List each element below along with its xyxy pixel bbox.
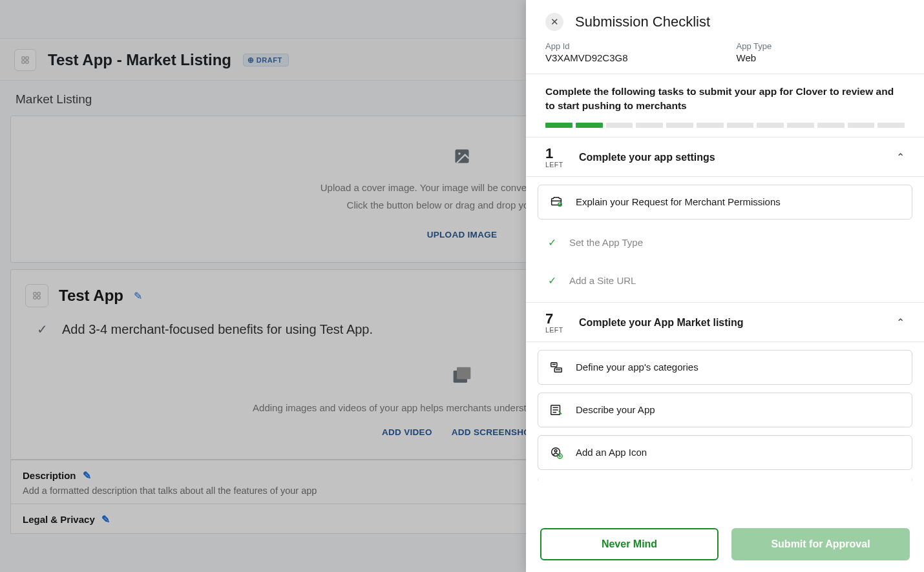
section-app-settings-header[interactable]: 1 LEFT Complete your app settings ⌃ xyxy=(526,137,924,177)
task-label: Explain your Request for Merchant Permis… xyxy=(576,196,781,207)
submission-checklist-panel: ✕ Submission Checklist App Id V3XAMVD92C… xyxy=(526,0,924,572)
app-type-label: App Type xyxy=(737,41,772,51)
progress-seg xyxy=(787,123,814,128)
section2-count: 7 xyxy=(545,312,567,326)
chevron-up-icon: ⌃ xyxy=(896,151,905,163)
task-describe-app[interactable]: Describe your App xyxy=(538,393,912,427)
progress-seg xyxy=(848,123,875,128)
progress-seg xyxy=(727,123,754,128)
task-add-app-icon[interactable]: Add an App Icon xyxy=(538,435,912,470)
section1-left-label: LEFT xyxy=(545,161,567,169)
permissions-icon xyxy=(549,194,564,210)
task-explain-permissions[interactable]: Explain your Request for Merchant Permis… xyxy=(538,185,912,220)
panel-title: Submission Checklist xyxy=(575,14,710,30)
app-type-value: Web xyxy=(737,52,772,63)
app-icon-icon xyxy=(549,445,564,460)
app-id-value: V3XAMVD92C3G8 xyxy=(545,52,628,63)
section1-count: 1 xyxy=(545,147,567,161)
task-add-site-url: ✓ Add a Site URL xyxy=(538,265,912,296)
task-define-categories[interactable]: Define your app's categories xyxy=(538,350,912,385)
task-set-app-type: ✓ Set the App Type xyxy=(538,227,912,258)
progress-seg xyxy=(636,123,663,128)
progress-seg xyxy=(606,123,633,128)
chevron-up-icon: ⌃ xyxy=(896,316,905,329)
task-label: Add an App Icon xyxy=(576,447,647,458)
describe-icon xyxy=(549,402,564,418)
progress-bar xyxy=(526,123,924,137)
check-icon: ✓ xyxy=(548,274,556,287)
task-label: Set the App Type xyxy=(569,237,643,248)
task-label: Define your app's categories xyxy=(576,362,698,373)
task-label: Describe your App xyxy=(576,404,655,415)
progress-seg xyxy=(877,123,905,128)
progress-seg xyxy=(817,123,845,128)
never-mind-button[interactable]: Never Mind xyxy=(540,528,719,560)
close-icon: ✕ xyxy=(551,16,559,28)
task-partial xyxy=(538,478,912,482)
section-market-listing-header[interactable]: 7 LEFT Complete your App Market listing … xyxy=(526,302,924,342)
instruction-text: Complete the following tasks to submit y… xyxy=(526,74,924,123)
close-panel-button[interactable]: ✕ xyxy=(545,13,563,31)
progress-seg xyxy=(666,123,693,128)
progress-seg xyxy=(576,123,603,128)
app-id-label: App Id xyxy=(545,41,628,51)
categories-icon xyxy=(549,360,564,375)
progress-seg xyxy=(757,123,784,128)
progress-seg xyxy=(697,123,724,128)
section2-title: Complete your App Market listing xyxy=(579,317,885,329)
check-icon: ✓ xyxy=(548,236,556,249)
progress-seg xyxy=(545,123,572,128)
section1-title: Complete your app settings xyxy=(579,152,885,163)
task-label: Add a Site URL xyxy=(569,275,636,286)
section2-left-label: LEFT xyxy=(545,326,567,334)
submit-for-approval-button[interactable]: Submit for Approval xyxy=(731,528,910,560)
svg-point-22 xyxy=(554,449,557,452)
